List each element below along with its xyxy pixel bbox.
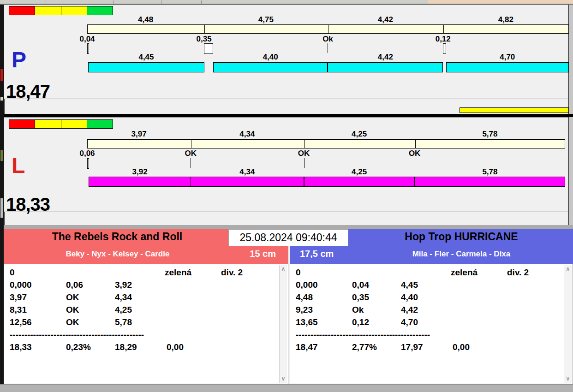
start-light [9,120,35,128]
crossing-tick [191,158,191,168]
table-cell: 0,35 [352,292,369,303]
split-bottom-label: 4,70 [500,53,515,61]
crossing-mark-label: 0,06 [79,149,95,157]
results-table-right: 0zelenádiv. 20,0000,044,454,480,354,409,… [290,264,573,384]
top-toolbar-sliver [0,0,573,5]
crossing-tick [415,158,415,168]
table-cell: 13,65 [296,317,318,327]
split-top-label: 4,25 [352,130,367,138]
split-top-label: 5,78 [482,130,497,138]
crossing-tick [443,43,446,54]
crossing-mark-label: 0,35 [197,35,212,43]
crossing-mark-label: 0,04 [79,35,95,43]
split-top-label: 4,48 [138,16,153,24]
table-row: 4,480,354,40 [290,292,563,305]
table-cell: 3,97 [10,292,27,303]
team-members: Mila - Fler - Carmela - Dixa [350,249,573,259]
crossing-tick [304,158,304,168]
table-cell: zelená [165,267,191,278]
table-cell: 4,42 [401,305,418,315]
leg-time-bar [446,62,569,72]
split-bottom-label: 4,25 [352,168,367,176]
lane-l-label: L [12,154,25,177]
scrollbar[interactable]: ∧ ∨ [564,265,572,383]
section-divider-band [4,225,573,229]
left-edge-background-sliver [0,5,4,385]
table-cell: 0,12 [352,317,369,327]
table-cell: ----------------------------------------… [296,330,430,340]
table-cell: 0,23% [66,342,91,352]
table-cell: 3,92 [115,280,132,290]
scroll-up-arrow[interactable]: ∧ [564,266,572,272]
table-cell: 18,47 [296,342,318,352]
jump-height: 15 cm [250,249,276,259]
split-top-label: 4,42 [378,16,393,24]
table-cell: zelená [451,267,478,278]
scroll-up-arrow[interactable]: ∧ [280,266,287,272]
lane-p-total: 18,47 [6,82,50,101]
table-cell: 0 [296,267,301,278]
scrollbar[interactable]: ∧ ∨ [279,265,287,383]
lane-p-section: P 4,484,754,424,82 0,040,35Ok0,12 4,454,… [4,5,568,114]
crossing-mark-label: Ok [322,35,333,43]
table-cell: 0,04 [352,280,369,290]
table-row: 18,472,77%17,970,00 [290,342,563,355]
divider-line [4,212,569,212]
leg-time-bar [88,62,204,72]
lane-p-elapsed-bar [87,24,569,34]
team-members: Beky - Nyx - Kelsey - Cardie [4,249,232,259]
segment-divider [328,25,328,33]
split-top-label: 4,75 [258,16,274,24]
table-cell: 4,34 [115,292,132,303]
segment-divider [204,25,205,33]
table-cell: 18,33 [10,342,32,352]
table-row: 9,23Ok4,42 [290,305,563,317]
table-cell: OK [66,317,79,327]
table-row: 8,31OK4,25 [4,305,279,317]
crossing-mark-label: OK [409,149,421,157]
crossing-tick [204,43,213,54]
start-light [87,6,113,15]
start-light [35,6,61,15]
lane-l-section: L 3,974,344,255,78 0,06OKOKOK 3,924,344,… [4,117,568,225]
segment-divider [304,140,305,148]
crossing-mark-label: OK [185,149,197,157]
table-cell: ----------------------------------------… [10,330,144,340]
table-cell: 9,23 [296,305,313,315]
divider-line [4,99,569,99]
table-cell: 0,06 [66,280,83,290]
lane-l-elapsed-bar [87,139,565,148]
team-name: Hop Trop HURRICANE [350,231,573,243]
split-top-label: 3,97 [131,130,147,138]
crossing-tick [87,43,89,54]
scroll-down-arrow[interactable]: ∨ [564,375,572,382]
table-cell: div. 2 [221,267,243,278]
table-cell: 12,56 [10,317,32,327]
table-cell: 0,00 [167,342,184,352]
table-row: 18,330,23%18,290,00 [4,342,279,355]
table-row: ----------------------------------------… [290,330,563,342]
results-table-left: 0zelenádiv. 20,0000,063,923,97OK4,348,31… [4,264,288,384]
scroll-down-arrow[interactable]: ∨ [280,375,287,382]
leg-time-bar [328,62,443,72]
table-cell: 0,00 [453,342,470,352]
table-cell: 8,31 [10,305,27,315]
leg-time-bar [415,177,566,187]
table-cell: 4,48 [296,292,313,303]
background-window-sliver [428,0,573,4]
table-cell: OK [66,305,79,315]
table-cell: 0,000 [10,280,32,290]
segment-divider [415,140,416,148]
lane-p-label: P [12,49,26,71]
start-light [87,120,113,128]
table-cell: div. 2 [507,267,529,278]
table-row: 12,56OK5,78 [4,317,279,330]
table-row: 0zelenádiv. 2 [4,267,279,280]
segment-divider [443,25,444,33]
leg-time-bar [191,177,304,187]
split-bottom-label: 4,45 [138,53,154,61]
split-bottom-label: 5,78 [482,168,497,176]
start-light [61,120,87,128]
table-cell: OK [66,292,79,303]
split-bottom-label: 4,34 [239,168,255,176]
